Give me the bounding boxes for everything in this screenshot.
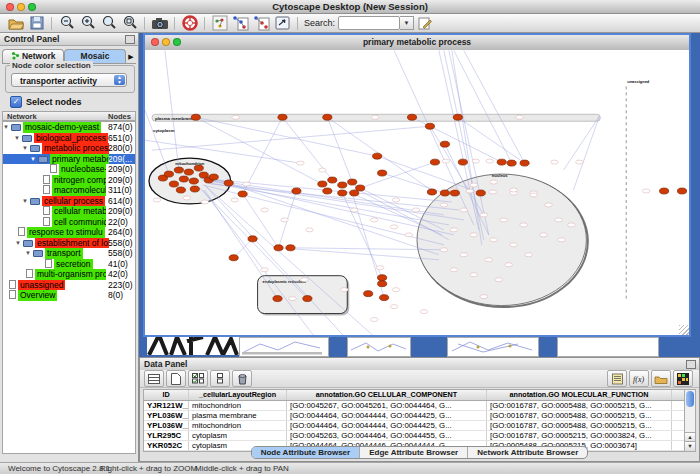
network-canvas[interactable]: plasma membranecytoplasmmitochondrionnuc…	[145, 50, 689, 335]
graph-node[interactable]	[248, 236, 257, 242]
graph-edge[interactable]	[360, 162, 435, 188]
graph-node[interactable]	[323, 188, 332, 194]
graph-edge[interactable]	[394, 51, 474, 225]
new-attribute-icon[interactable]	[166, 370, 186, 387]
graph-edge[interactable]	[210, 180, 454, 235]
tree-row-mosaic-demo-yeast[interactable]: ▼mosaic-demo-yeast874(0)	[3, 122, 135, 133]
tab-scroll-right-icon[interactable]: ▶	[126, 50, 136, 63]
dropdown-stepper-icon[interactable]: ▲▼	[114, 75, 125, 85]
table-row[interactable]: YPL036W__1mitochondrion[GO:0044464, GO:0…	[144, 421, 685, 431]
graph-edge[interactable]	[205, 190, 278, 299]
column-header[interactable]: ID	[144, 390, 189, 400]
tree-row-metabolic-process[interactable]: ▼metabolic process280(0)	[3, 143, 135, 154]
snapshot-icon[interactable]	[149, 15, 170, 32]
graph-edge[interactable]	[202, 180, 464, 220]
attribute-select-icon[interactable]	[144, 370, 164, 387]
table-cell[interactable]: YLR295C	[144, 431, 189, 440]
graph-node[interactable]	[660, 188, 669, 194]
network-window-titlebar[interactable]: primary metabolic process	[145, 35, 689, 51]
tree-row-macromolecule[interactable]: macromolecule311(0)	[3, 185, 135, 196]
column-header[interactable]: _cellularLayoutRegion	[189, 390, 287, 400]
graph-node[interactable]	[190, 186, 199, 192]
table-cell[interactable]: [GO:0016787, GO:0005488, GO:0005215, G..…	[487, 411, 672, 420]
tree-row-nitrogen-compo[interactable]: nitrogen compo209(0)	[3, 175, 135, 186]
node-color-dropdown[interactable]: transporter activity ▲▼	[11, 73, 127, 87]
overview-network-icon[interactable]	[209, 15, 230, 32]
graph-edge[interactable]	[342, 193, 382, 278]
delete-attribute-icon[interactable]	[232, 370, 252, 387]
select-attributes-icon[interactable]	[188, 370, 208, 387]
float-panel-icon[interactable]	[686, 360, 696, 369]
tree-row-nucleobase-[interactable]: nucleobase-209(0)	[3, 164, 135, 175]
graph-node[interactable]	[407, 114, 416, 120]
graph-node[interactable]	[425, 123, 434, 129]
attribute-matrix-icon[interactable]	[673, 370, 693, 387]
graph-edge[interactable]	[454, 51, 512, 164]
graph-node[interactable]	[318, 181, 327, 187]
zoom-in-icon[interactable]	[77, 15, 98, 32]
tree-col-nodes[interactable]: Nodes	[108, 112, 131, 121]
background-window-fragment[interactable]	[347, 337, 411, 357]
background-window-fragment[interactable]	[239, 337, 329, 357]
graph-node[interactable]	[179, 176, 188, 182]
graph-node[interactable]	[189, 178, 198, 184]
import-attributes-file-icon[interactable]	[651, 370, 671, 387]
graph-edge[interactable]	[165, 51, 179, 171]
graph-node[interactable]	[458, 159, 467, 165]
table-row[interactable]: YPL036W__2plasma membrane[GO:0044464, GO…	[144, 411, 685, 421]
save-icon[interactable]	[26, 15, 47, 32]
tree-row-secretion[interactable]: secretion41(0)	[3, 259, 135, 270]
table-cell[interactable]: mitochondrion	[189, 421, 287, 430]
graph-node[interactable]	[378, 170, 387, 176]
graph-node[interactable]	[338, 182, 347, 188]
expand-collapse-icon[interactable]: ▼	[3, 122, 11, 133]
graph-node[interactable]	[292, 188, 301, 194]
table-row[interactable]: YJR121W__1mitochondrion[GO:0045267, GO:0…	[144, 401, 685, 411]
zoom-fit-icon[interactable]	[98, 15, 119, 32]
graph-node[interactable]	[174, 167, 183, 173]
graph-node[interactable]	[164, 171, 173, 177]
table-cell[interactable]: [GO:0045267, GO:0045261, GO:0044464, G..…	[287, 401, 487, 410]
expand-collapse-icon[interactable]: ▼	[22, 196, 30, 207]
expand-collapse-icon[interactable]: ▼	[22, 143, 30, 154]
graph-node[interactable]	[303, 296, 312, 302]
tree-row-multi-organism-pro[interactable]: multi-organism pro42(0)	[3, 269, 135, 280]
graph-node[interactable]	[350, 190, 359, 196]
table-cell[interactable]: cytoplasm	[189, 431, 287, 440]
graph-node[interactable]	[378, 281, 387, 287]
graph-node[interactable]	[338, 190, 347, 196]
attribute-batch-icon[interactable]	[607, 370, 627, 387]
open-file-icon[interactable]	[5, 15, 26, 32]
table-cell[interactable]: [GO:0044464, GO:0044444, GO:0044425, G..…	[287, 411, 487, 420]
graph-node[interactable]	[274, 245, 283, 251]
graph-edge[interactable]	[207, 176, 439, 255]
unselect-attributes-icon[interactable]	[210, 370, 230, 387]
graph-node[interactable]	[184, 169, 193, 175]
graph-edge[interactable]	[412, 117, 502, 162]
table-cell[interactable]: [GO:0016787, GO:0005488, GO:0005215, G..…	[487, 421, 672, 430]
tree-row-cellular-metabo[interactable]: cellular metabo209(0)	[3, 206, 135, 217]
graph-node[interactable]	[440, 141, 449, 147]
graph-node[interactable]	[520, 160, 529, 166]
table-scrollbar[interactable]: ▲ ▼	[684, 389, 696, 452]
graph-node[interactable]	[286, 245, 295, 251]
graph-node[interactable]	[229, 255, 238, 261]
tree-row-cellular-process[interactable]: ▼cellular process614(0)	[3, 196, 135, 207]
expand-collapse-icon[interactable]: ▼	[14, 133, 22, 144]
attribute-table[interactable]: ID_cellularLayoutRegionannotation.GO CEL…	[143, 389, 686, 452]
graph-node[interactable]	[364, 291, 373, 297]
expand-collapse-icon[interactable]: ▼	[30, 154, 38, 165]
graph-node[interactable]	[677, 188, 686, 194]
graph-node[interactable]	[328, 177, 337, 183]
help-icon[interactable]	[179, 15, 200, 32]
expand-collapse-icon[interactable]: ▼	[25, 248, 33, 259]
graph-node[interactable]	[378, 275, 387, 281]
tree-row-biological-process[interactable]: ▼biological_process651(0)	[3, 133, 135, 144]
tree-row-transport[interactable]: ▼transport558(0)	[3, 248, 135, 259]
graph-node[interactable]	[440, 190, 449, 196]
graph-node[interactable]	[169, 181, 178, 187]
graph-node[interactable]	[191, 114, 200, 120]
graph-edge[interactable]	[573, 116, 599, 190]
table-cell[interactable]: YPL036W__1	[144, 421, 189, 430]
table-cell[interactable]: [GO:0045263, GO:0044464, GO:0044455, G..…	[287, 431, 487, 440]
